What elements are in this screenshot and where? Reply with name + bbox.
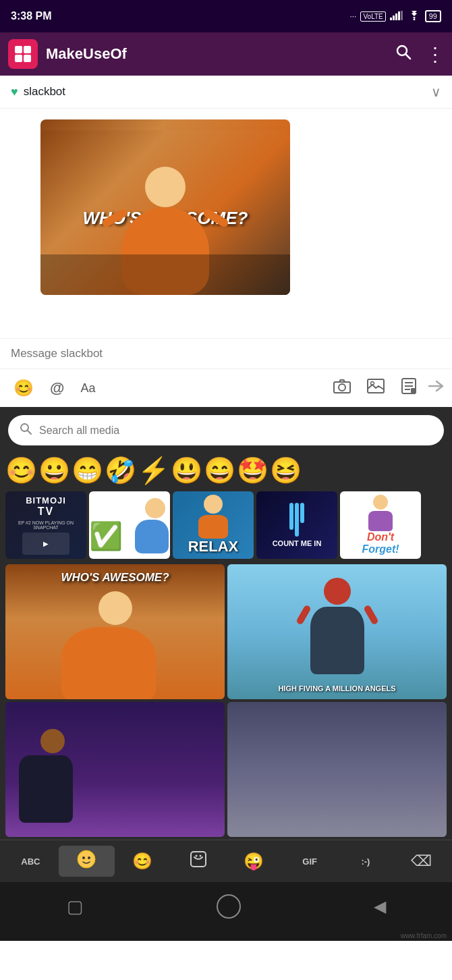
text-format-button[interactable]: Aa [75, 379, 101, 398]
kb-abc-label: ABC [21, 856, 40, 867]
search-bar-icon [19, 422, 32, 439]
message-input-area[interactable] [0, 338, 452, 369]
nav-bar: ▢ ◀ [0, 882, 452, 931]
message-bubble: WHO'S AWESOME? [40, 119, 324, 295]
emoji-item[interactable]: 😆 [270, 458, 302, 483]
battery-icon: 99 [425, 10, 441, 22]
svg-rect-2 [395, 13, 397, 20]
kb-emoji-button[interactable]: 😊 [115, 848, 171, 875]
channel-chevron-icon[interactable]: ∨ [431, 84, 441, 100]
kb-gif-face-button[interactable]: 😜 [226, 848, 282, 875]
emoji-item[interactable]: 🤩 [237, 458, 269, 483]
sticker-dontforget[interactable]: Don't Forget! [340, 491, 421, 559]
gif-image: WHO'S AWESOME? [40, 119, 290, 295]
attach-button[interactable] [395, 375, 422, 402]
svg-rect-4 [401, 11, 403, 20]
gif-grid: WHO'S AWESOME? HIGH FIVING A MILLION ANG… [0, 562, 452, 840]
wifi-icon [407, 11, 421, 22]
camera-button[interactable] [328, 376, 356, 400]
sticker-check[interactable]: ✅ [89, 491, 170, 559]
emoji-item[interactable]: 😄 [204, 458, 235, 483]
signal-dots-icon: ··· [349, 11, 356, 21]
countme-text: COUNT ME IN [273, 539, 322, 547]
app-header: MakeUseOf ⋮ [0, 32, 452, 76]
nav-square-icon[interactable]: ▢ [67, 896, 84, 917]
gif-person [61, 591, 169, 699]
emoji-item[interactable]: 😊 [5, 458, 37, 483]
kb-sticker-icon [190, 850, 207, 872]
svg-point-13 [339, 384, 345, 391]
sticker-grid: BITMOJI TV EP #2 NOW PLAYING ON SNAPCHAT… [0, 489, 452, 562]
watermark-text: www.frfam.com [401, 932, 447, 940]
kb-abc-button[interactable]: ABC [3, 852, 59, 871]
emoji-item[interactable]: 😃 [171, 458, 202, 483]
keyboard-bottom-bar: ABC 😊 😜 GIF :-) ⌫ [0, 840, 452, 882]
relax-text: RELAX [188, 538, 239, 555]
svg-line-22 [28, 431, 31, 434]
channel-name: slackbot [24, 85, 431, 99]
gif-cell-bottom-left[interactable] [5, 702, 225, 837]
kb-kaomoji-button[interactable]: :-) [338, 852, 394, 871]
svg-point-5 [413, 18, 415, 20]
high-five-label: HIGH FIVING A MILLION ANGELS [227, 682, 447, 694]
sticker-countme[interactable]: COUNT ME IN [256, 491, 337, 559]
kb-emoji-icon: 😊 [132, 852, 152, 871]
svg-point-23 [78, 850, 95, 868]
signal-bars-icon [390, 11, 403, 22]
message-input[interactable] [11, 347, 441, 360]
volte-icon: VoLTE [360, 11, 385, 22]
gif-cell-high-five[interactable]: HIGH FIVING A MILLION ANGELS [227, 564, 447, 699]
emoji-item[interactable]: 😀 [38, 458, 70, 483]
kb-sticker-button[interactable] [170, 846, 226, 876]
svg-rect-6 [15, 46, 22, 53]
header-icons: ⋮ [395, 43, 444, 65]
kb-delete-icon: ⌫ [411, 852, 432, 870]
gif-cell-who-awesome[interactable]: WHO'S AWESOME? [5, 564, 225, 699]
chat-area: WHO'S AWESOME? [0, 109, 452, 338]
bottom-left-person [19, 729, 86, 823]
svg-rect-7 [24, 46, 31, 53]
emoji-row: 😊 😀 😁 🤣 ⚡ 😃 😄 🤩 😆 [0, 452, 452, 489]
high-five-person [297, 578, 378, 692]
sticker-relax[interactable]: RELAX [173, 491, 254, 559]
search-input[interactable] [39, 425, 433, 437]
kb-bitmoji-button[interactable] [59, 846, 115, 877]
svg-point-27 [195, 855, 197, 857]
mention-button[interactable]: @ [45, 377, 69, 400]
kb-kaomoji-label: :-) [361, 856, 370, 867]
kb-gif-face-icon: 😜 [244, 852, 264, 871]
emoji-item[interactable]: ⚡ [138, 458, 169, 483]
svg-rect-3 [398, 11, 400, 20]
status-bar: 3:38 PM ··· VoLTE 99 [0, 0, 452, 32]
app-title: MakeUseOf [46, 45, 395, 63]
svg-point-24 [82, 856, 85, 859]
gallery-button[interactable] [362, 376, 390, 400]
kb-gif-text-label: GIF [302, 856, 317, 867]
svg-rect-20 [411, 388, 416, 393]
gif-cell-bottom-right[interactable] [227, 702, 447, 837]
status-time: 3:38 PM [11, 10, 51, 22]
kb-gif-label-button[interactable]: GIF [282, 852, 338, 871]
svg-rect-9 [24, 55, 31, 62]
nav-back-icon[interactable]: ◀ [374, 897, 386, 916]
send-button[interactable] [428, 379, 444, 398]
emoji-button[interactable]: 😊 [8, 376, 39, 400]
search-bar[interactable] [8, 415, 444, 445]
nav-home-icon[interactable] [217, 894, 241, 919]
kb-delete-button[interactable]: ⌫ [393, 848, 449, 874]
channel-bar[interactable]: ♥ slackbot ∨ [0, 76, 452, 109]
sticker-bitmoji-tv[interactable]: BITMOJI TV EP #2 NOW PLAYING ON SNAPCHAT… [5, 491, 86, 559]
media-search-area [0, 407, 452, 452]
media-panel: 😊 😀 😁 🤣 ⚡ 😃 😄 🤩 😆 BITMOJI TV EP #2 NOW P… [0, 407, 452, 840]
emoji-item[interactable]: 🤣 [105, 458, 136, 483]
dont-forget-text: Don't Forget! [362, 531, 399, 555]
input-toolbar: 😊 @ Aa [0, 369, 452, 407]
svg-line-11 [406, 55, 411, 59]
search-icon[interactable] [395, 43, 412, 65]
gif-who-awesome-label: WHO'S AWESOME? [5, 571, 225, 584]
svg-rect-0 [390, 18, 392, 20]
watermark: www.frfam.com [0, 931, 452, 941]
emoji-item[interactable]: 😁 [72, 458, 103, 483]
svg-point-25 [88, 856, 90, 859]
more-options-icon[interactable]: ⋮ [426, 43, 444, 65]
